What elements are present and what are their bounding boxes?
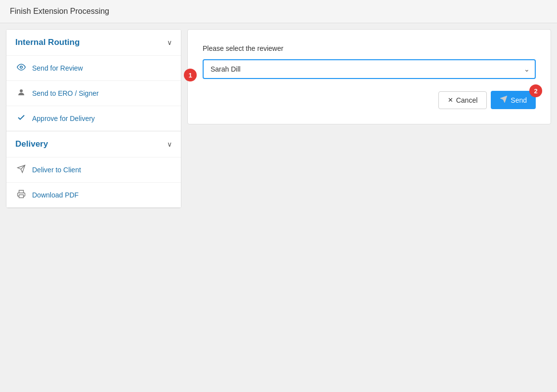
- delivery-header[interactable]: Delivery ∨: [6, 131, 181, 157]
- download-pdf-label: Download PDF: [32, 191, 79, 199]
- send-button[interactable]: 2 Send: [491, 91, 536, 109]
- svg-point-0: [20, 66, 23, 69]
- sidebar-section-delivery: Delivery ∨ Deliver to Client: [6, 131, 181, 208]
- send-plane-icon: [500, 95, 508, 105]
- reviewer-select-container: Sarah Dill John Smith Jane Doe ⌄: [203, 59, 536, 79]
- reviewer-label: Please select the reviewer: [203, 44, 536, 52]
- right-panel: Please select the reviewer 1 Sarah Dill …: [187, 29, 551, 124]
- cancel-label: Cancel: [456, 96, 478, 104]
- approve-delivery-label: Approve for Delivery: [32, 115, 95, 122]
- title-bar: Finish Extension Processing: [0, 0, 557, 23]
- page-title: Finish Extension Processing: [10, 7, 109, 15]
- svg-point-1: [20, 89, 23, 92]
- svg-marker-6: [501, 96, 507, 102]
- sidebar-item-send-for-review[interactable]: Send for Review: [6, 55, 181, 80]
- sidebar-item-deliver-to-client[interactable]: Deliver to Client: [6, 157, 181, 182]
- reviewer-select[interactable]: Sarah Dill John Smith Jane Doe: [203, 59, 536, 79]
- sidebar-item-download-pdf[interactable]: Download PDF: [6, 182, 181, 207]
- send-to-ero-label: Send to ERO / Signer: [32, 89, 99, 97]
- person-icon: [16, 88, 26, 99]
- main-container: Finish Extension Processing Internal Rou…: [0, 0, 557, 392]
- internal-routing-items: Send for Review Send to ERO / Signer: [6, 55, 181, 131]
- send-for-review-label: Send for Review: [32, 64, 83, 72]
- delivery-items: Deliver to Client Download PDF: [6, 157, 181, 207]
- sidebar-item-approve-delivery[interactable]: Approve for Delivery: [6, 106, 181, 131]
- svg-rect-4: [19, 195, 24, 198]
- step-badge-1: 1: [184, 69, 197, 81]
- deliver-icon: [16, 164, 26, 175]
- internal-routing-title: Internal Routing: [15, 38, 80, 47]
- send-label: Send: [511, 96, 527, 104]
- cancel-x-icon: ✕: [448, 96, 453, 104]
- step-badge-2: 2: [529, 84, 542, 97]
- sidebar-item-send-to-ero[interactable]: Send to ERO / Signer: [6, 80, 181, 106]
- sidebar-section-internal-routing: Internal Routing ∨ Send for Review: [6, 30, 181, 131]
- check-icon: [16, 113, 26, 124]
- internal-routing-chevron: ∨: [167, 39, 172, 46]
- content-area: Internal Routing ∨ Send for Review: [0, 23, 557, 392]
- deliver-to-client-label: Deliver to Client: [32, 166, 81, 174]
- eye-icon: [16, 63, 26, 74]
- action-buttons: ✕ Cancel 2 Send: [203, 91, 536, 109]
- sidebar: Internal Routing ∨ Send for Review: [6, 29, 181, 208]
- delivery-chevron: ∨: [167, 140, 172, 148]
- reviewer-select-wrapper: 1 Sarah Dill John Smith Jane Doe ⌄: [203, 59, 536, 91]
- internal-routing-header[interactable]: Internal Routing ∨: [6, 30, 181, 55]
- delivery-title: Delivery: [15, 139, 48, 149]
- cancel-button[interactable]: ✕ Cancel: [438, 91, 487, 109]
- print-icon: [16, 190, 26, 200]
